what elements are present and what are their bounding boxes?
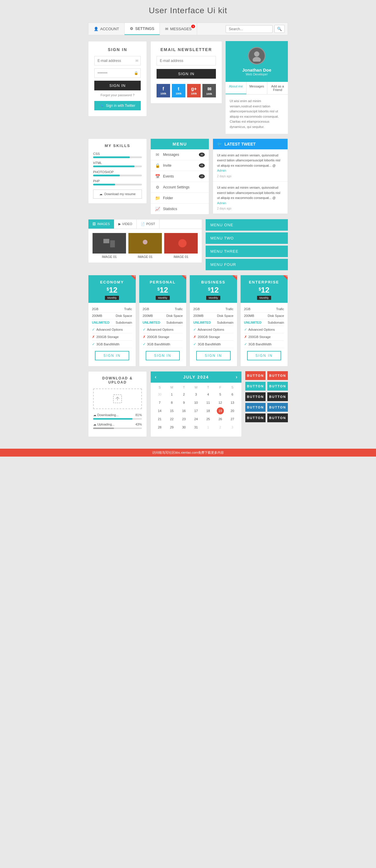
email-social-icon[interactable]: ✉ 100k — [202, 84, 216, 97]
cal-day[interactable]: 28 — [156, 424, 163, 431]
search-button[interactable]: 🔍 — [274, 25, 285, 33]
cal-day[interactable]: 30 — [156, 391, 163, 398]
menu-item-account-settings[interactable]: ⚙ Account Settings — [151, 182, 209, 193]
video-icon: ▶ — [118, 222, 121, 226]
cal-day[interactable]: 17 — [193, 407, 199, 414]
cal-day[interactable]: 3 — [193, 391, 199, 398]
button-blue-2[interactable]: BUTTON — [267, 403, 288, 412]
button-red-2[interactable]: BUTTON — [267, 371, 288, 380]
button-red-1[interactable]: BUTTON — [245, 371, 266, 380]
upload-label: ☁ Uploading... — [93, 423, 115, 426]
tweet-link-1[interactable]: Admin — [217, 169, 226, 172]
tweet-link-2[interactable]: Admin — [217, 201, 226, 205]
download-resume-button[interactable]: ☁ Download my resume — [93, 190, 142, 199]
button-dark-2[interactable]: BUTTON — [267, 392, 288, 401]
button-dark-1[interactable]: BUTTON — [245, 392, 266, 401]
bottom-row: DOWNLOAD & UPLOAD ☁ Downloading... 81% — [88, 371, 288, 437]
media-tab-images[interactable]: 🖼 IMAGES — [88, 219, 114, 228]
cal-day[interactable]: 3 — [229, 424, 236, 431]
signin-button[interactable]: SIGN IN — [94, 81, 141, 90]
profile-tab-add[interactable]: Add as a Friend — [267, 82, 288, 94]
pricing-signin-economy[interactable]: SIGN IN — [95, 351, 129, 360]
nav-tab-account[interactable]: 👤 ACCOUNT — [88, 23, 124, 35]
cal-day[interactable]: 6 — [229, 391, 236, 398]
cal-day[interactable]: 12 — [217, 399, 224, 406]
profile-tab-messages[interactable]: Messages — [247, 82, 267, 94]
cal-day[interactable]: 18 — [205, 407, 212, 414]
facebook-icon[interactable]: f 100k — [156, 84, 170, 97]
twitter-social-icon[interactable]: t 100k — [172, 84, 185, 97]
image-thumb-3[interactable] — [164, 233, 198, 253]
twitter-signin-button[interactable]: 🐦 Sign in with Twitter — [94, 101, 141, 110]
cal-day[interactable]: 13 — [229, 399, 236, 406]
cal-day[interactable]: 23 — [180, 415, 187, 423]
image-thumb-1[interactable] — [92, 233, 126, 253]
menu-item-messages[interactable]: ✉ Messages 30 — [151, 149, 209, 160]
download-icon-small: ☁ — [93, 413, 96, 417]
newsletter-signin-button[interactable]: SIGN IN — [156, 69, 216, 79]
tweet-item-1: Ut wisi enim ad minim veniam, quisnostru… — [213, 149, 288, 182]
cal-day[interactable]: 25 — [205, 415, 212, 423]
tweet-header-label: LATEST TWEET — [225, 142, 256, 147]
button-teal-2[interactable]: BUTTON — [267, 382, 288, 391]
calendar-day-headers: S M T W T F S — [154, 385, 238, 389]
cal-day[interactable]: 26 — [217, 415, 224, 423]
cal-day[interactable]: 30 — [180, 424, 187, 431]
cal-day[interactable]: 11 — [205, 399, 212, 406]
skill-photoshop-bar — [93, 175, 120, 176]
cal-day[interactable]: 9 — [180, 399, 187, 406]
cal-day[interactable]: 22 — [168, 415, 175, 423]
calendar-next-button[interactable]: › — [236, 374, 237, 380]
calendar-prev-button[interactable]: ‹ — [155, 374, 156, 380]
forgot-password-link[interactable]: Forgot your password ? — [94, 93, 141, 97]
cal-day[interactable]: 24 — [193, 415, 199, 423]
cal-day[interactable]: 29 — [168, 424, 175, 431]
pricing-signin-enterprise[interactable]: SIGN IN — [247, 351, 282, 360]
button-blue-1[interactable]: BUTTON — [245, 403, 266, 412]
cal-day[interactable]: 4 — [205, 391, 212, 398]
menu-list-item-2[interactable]: MENU TWO — [206, 232, 288, 244]
cal-day[interactable]: 2 — [217, 424, 224, 431]
button-dark-3[interactable]: BUTTON — [245, 413, 266, 422]
image-thumb-2[interactable] — [128, 233, 162, 253]
nav-tab-messages[interactable]: ✉ MESSAGES 9 — [160, 23, 197, 35]
button-dark-4[interactable]: BUTTON — [267, 413, 288, 422]
cal-day[interactable]: 10 — [193, 399, 199, 406]
media-tab-video[interactable]: ▶ VIDEO — [114, 219, 137, 228]
upload-zone[interactable] — [93, 389, 142, 409]
cal-day-today[interactable]: 19 — [217, 407, 224, 414]
cal-day[interactable]: 27 — [229, 415, 236, 423]
menu-list-item-3[interactable]: MENU THREE — [206, 246, 288, 257]
cal-day[interactable]: 7 — [156, 399, 163, 406]
cal-day[interactable]: 16 — [180, 407, 187, 414]
cal-day[interactable]: 15 — [168, 407, 175, 414]
media-tab-post[interactable]: 📄 POST — [137, 219, 160, 228]
calendar-header: ‹ JULY 2024 › — [151, 372, 241, 383]
newsletter-email-field[interactable] — [156, 56, 216, 65]
menu-list-item-4[interactable]: MENU FOUR — [206, 259, 288, 270]
nav-tab-settings[interactable]: ⚙ SETTINGS — [124, 23, 160, 35]
pricing-signin-business[interactable]: SIGN IN — [196, 351, 231, 360]
cal-day[interactable]: 31 — [193, 424, 199, 431]
profile-tab-about[interactable]: About me — [226, 82, 247, 94]
cal-day[interactable]: 14 — [156, 407, 163, 414]
pricing-signin-personal[interactable]: SIGN IN — [146, 351, 180, 360]
search-input[interactable] — [226, 25, 272, 33]
menu-item-folder[interactable]: 📁 Folder — [151, 193, 209, 204]
cal-day[interactable]: 2 — [180, 391, 187, 398]
cal-day[interactable]: 8 — [168, 399, 175, 406]
cal-day[interactable]: 20 — [229, 407, 236, 414]
cal-day[interactable]: 21 — [156, 415, 163, 423]
google-plus-icon[interactable]: g+ 100k — [187, 84, 201, 97]
cal-day[interactable]: 1 — [205, 424, 212, 431]
svg-point-8 — [178, 239, 186, 247]
menu-item-statistics[interactable]: 📈 Statistics — [151, 204, 209, 214]
cal-day[interactable]: 1 — [168, 391, 175, 398]
cal-day[interactable]: 5 — [217, 391, 224, 398]
email-field[interactable] — [94, 56, 141, 65]
calendar-grid: S M T W T F S 30 1 2 3 4 5 6 — [151, 383, 241, 435]
menu-list-item-1[interactable]: MENU ONE — [206, 219, 288, 230]
button-teal-1[interactable]: BUTTON — [245, 382, 266, 391]
menu-item-invite[interactable]: 🔒 Invite 05 — [151, 160, 209, 171]
menu-item-events[interactable]: 📅 Events 10 — [151, 171, 209, 182]
